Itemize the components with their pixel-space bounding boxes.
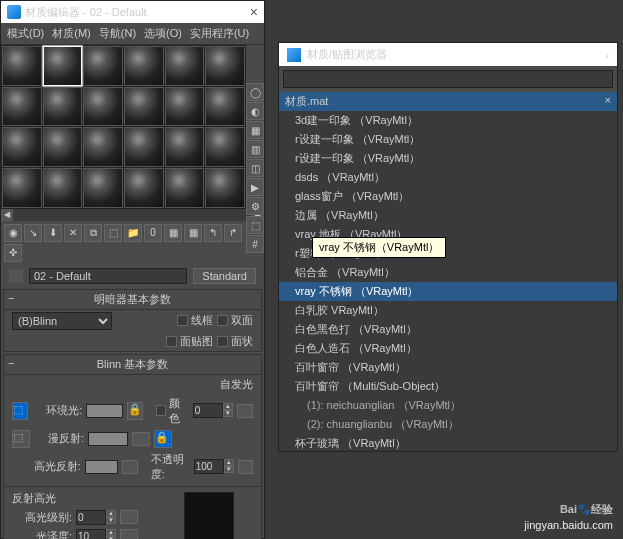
material-slot[interactable] (205, 168, 245, 208)
map-button[interactable] (132, 432, 150, 446)
show-end-icon[interactable]: ▦ (184, 224, 202, 242)
video-check-icon[interactable]: ◫ (246, 159, 264, 177)
menu-options[interactable]: 选项(O) (144, 26, 182, 41)
specular-swatch[interactable] (85, 460, 119, 474)
menu-mode[interactable]: 模式(D) (7, 26, 44, 41)
menu-util[interactable]: 实用程序(U) (190, 26, 249, 41)
material-slot[interactable] (2, 168, 42, 208)
material-group-header[interactable]: 材质.mat × (279, 92, 617, 111)
material-name-input[interactable] (29, 268, 187, 284)
collapse-icon[interactable]: − (8, 357, 14, 369)
material-list-item[interactable]: 白乳胶 VRayMtl） (279, 301, 617, 320)
material-slot[interactable] (165, 168, 205, 208)
material-slot[interactable] (83, 168, 123, 208)
scroll-left-icon[interactable]: ◀ (1, 209, 13, 221)
lock-icon[interactable]: 🔒 (154, 430, 172, 448)
browser-menu-icon[interactable]: › (605, 49, 609, 61)
material-list-item[interactable]: glass窗户 （VRayMtl） (279, 187, 617, 206)
material-list[interactable]: 3d建一印象 （VRayMtl）r设建一印象 （VRayMtl）r设建一印象 （… (279, 111, 617, 451)
put-to-scene-icon[interactable]: ↘ (24, 224, 42, 242)
material-slot[interactable] (124, 127, 164, 167)
material-slot-selected[interactable] (43, 46, 83, 86)
selfillum-spinner[interactable]: ▲▼ (193, 403, 233, 418)
get-material-icon[interactable]: ◉ (4, 224, 22, 242)
material-list-item[interactable]: 3d建一印象 （VRayMtl） (279, 111, 617, 130)
ambient-swatch[interactable] (86, 404, 122, 418)
material-slot[interactable] (165, 127, 205, 167)
map-button[interactable] (120, 510, 138, 524)
material-list-item[interactable]: 百叶窗帘 （VRayMtl） (279, 358, 617, 377)
lock-ambient-icon[interactable]: ⬚ (12, 402, 28, 420)
material-list-item[interactable]: (1): neichuanglian （VRayMtl） (279, 396, 617, 415)
opacity-spinner[interactable]: ▲▼ (194, 459, 234, 474)
map-button[interactable] (237, 404, 253, 418)
material-slot[interactable] (83, 87, 123, 127)
put-to-lib-icon[interactable]: 📁 (124, 224, 142, 242)
sample-type-icon[interactable]: ◯ (246, 83, 264, 101)
material-list-item[interactable]: 百叶窗帘 （Multi/Sub-Object） (279, 377, 617, 396)
assign-icon[interactable]: ⬇ (44, 224, 62, 242)
material-slot[interactable] (2, 87, 42, 127)
material-list-item[interactable]: 杯子玻璃 （VRayMtl） (279, 434, 617, 451)
material-slot[interactable] (2, 127, 42, 167)
material-slot[interactable] (124, 46, 164, 86)
material-slot[interactable] (205, 46, 245, 86)
reset-icon[interactable]: ✕ (64, 224, 82, 242)
material-slot[interactable] (2, 46, 42, 86)
pick-icon[interactable]: ✜ (4, 244, 22, 262)
options-icon[interactable]: ⚙ (246, 197, 264, 215)
material-slot[interactable] (124, 87, 164, 127)
section-header[interactable]: −明暗器基本参数 (4, 290, 261, 310)
section-header[interactable]: −Blinn 基本参数 (4, 355, 261, 375)
material-list-item[interactable]: (2): chuanglianbu （VRayMtl） (279, 415, 617, 434)
preview-icon[interactable]: ▶ (246, 178, 264, 196)
material-list-item[interactable]: vray 不锈钢 （VRayMtl） (279, 282, 617, 301)
go-parent-icon[interactable]: ↰ (204, 224, 222, 242)
menu-material[interactable]: 材质(M) (52, 26, 91, 41)
lock-diffuse-icon[interactable]: ⬚ (12, 430, 30, 448)
material-slot[interactable] (205, 127, 245, 167)
map-button[interactable] (122, 460, 137, 474)
material-list-item[interactable]: 白色人造石 （VRayMtl） (279, 339, 617, 358)
map-button[interactable] (120, 529, 138, 539)
dropper-icon[interactable] (9, 269, 23, 283)
material-list-item[interactable]: r设建一印象 （VRayMtl） (279, 130, 617, 149)
checkbox-facemap[interactable] (166, 336, 177, 347)
shader-dropdown[interactable]: (B)Blinn (12, 312, 112, 330)
material-slot[interactable] (43, 87, 83, 127)
checkbox-2side[interactable] (217, 315, 228, 326)
checkbox-color[interactable] (156, 405, 166, 416)
titlebar[interactable]: 材质编辑器 - 02 - Default × (1, 1, 264, 23)
material-slot[interactable] (43, 127, 83, 167)
material-slot[interactable] (165, 87, 205, 127)
material-slot[interactable] (83, 127, 123, 167)
material-list-item[interactable]: r设建一印象 （VRayMtl） (279, 149, 617, 168)
go-forward-icon[interactable]: ↱ (224, 224, 242, 242)
lock-icon[interactable]: 🔒 (127, 402, 143, 420)
gloss-spinner[interactable]: ▲▼ (76, 529, 116, 539)
material-slot[interactable] (165, 46, 205, 86)
material-slot[interactable] (43, 168, 83, 208)
uv-tile-icon[interactable]: ▥ (246, 140, 264, 158)
close-icon[interactable]: × (250, 4, 258, 20)
matid-icon[interactable]: # (246, 235, 264, 253)
background-icon[interactable]: ▦ (246, 121, 264, 139)
browser-titlebar[interactable]: 材质/贴图浏览器 › (279, 43, 617, 66)
diffuse-swatch[interactable] (88, 432, 128, 446)
copy-icon[interactable]: ⧉ (84, 224, 102, 242)
show-in-vp-icon[interactable]: ▦ (164, 224, 182, 242)
select-by-mat-icon[interactable]: ⬚ (246, 216, 264, 234)
backlight-icon[interactable]: ◐ (246, 102, 264, 120)
shader-type-button[interactable]: Standard (193, 268, 256, 284)
material-list-item[interactable]: 白色黑色打 （VRayMtl） (279, 320, 617, 339)
material-slot[interactable] (205, 87, 245, 127)
map-button[interactable] (238, 460, 253, 474)
checkbox-faceted[interactable] (217, 336, 228, 347)
browser-search-input[interactable] (283, 70, 613, 88)
menu-nav[interactable]: 导航(N) (99, 26, 136, 41)
material-list-item[interactable]: 边属 （VRayMtl） (279, 206, 617, 225)
group-close-icon[interactable]: × (605, 94, 611, 109)
material-slot[interactable] (83, 46, 123, 86)
checkbox-wire[interactable] (177, 315, 188, 326)
material-list-item[interactable]: 铝合金 （VRayMtl） (279, 263, 617, 282)
